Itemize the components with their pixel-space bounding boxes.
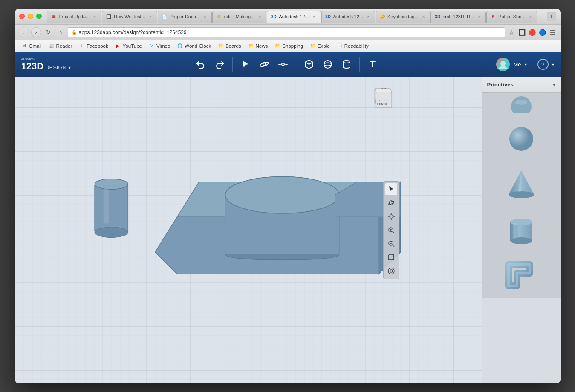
extension-icon-1[interactable]: 🔲: [518, 28, 526, 37]
tab-favicon-123d2: 3D: [325, 14, 331, 20]
tab-gmail[interactable]: ✉Project Upda...×: [47, 11, 102, 23]
tab-close-smb[interactable]: ×: [476, 14, 482, 20]
select-tool-button[interactable]: [238, 57, 253, 72]
logo-dropdown-icon[interactable]: ▾: [68, 65, 71, 71]
tab-edit[interactable]: ⚙edit : Making...×: [212, 11, 267, 23]
pan-mode-button[interactable]: [385, 210, 397, 222]
help-button[interactable]: ?: [537, 59, 549, 70]
bookmark-news[interactable]: 📁News: [245, 41, 271, 51]
user-avatar[interactable]: [496, 58, 510, 71]
orbit-mode-button[interactable]: [385, 197, 397, 209]
toolbar-divider-1: [232, 57, 233, 72]
tab-title-smb: smb 123D_D...: [443, 14, 474, 19]
panel-item-torus[interactable]: [482, 252, 561, 298]
view-options-button[interactable]: [385, 265, 397, 277]
tab-close-howwetest[interactable]: ×: [147, 14, 153, 20]
new-tab-button[interactable]: +: [547, 12, 556, 21]
forward-button[interactable]: ›: [31, 27, 41, 37]
tab-favicon-edit: ⚙: [216, 14, 222, 20]
extension-icon-2[interactable]: 🔴: [528, 28, 537, 37]
bookmark-vimeo[interactable]: VVimeo: [146, 41, 173, 51]
tab-smb[interactable]: 3Dsmb 123D_D...×: [431, 11, 486, 23]
browser-window: ✉Project Upda...×🔲How We Test...×📄Proper…: [15, 9, 561, 383]
tab-123d2[interactable]: 3DAutodesk 12...×: [321, 11, 375, 23]
fit-view-button[interactable]: [385, 251, 397, 263]
tab-properdoc[interactable]: 📄Proper Docu...×: [158, 11, 212, 23]
tab-puffed[interactable]: KPuffed Sho...×: [486, 11, 537, 23]
orbit-tool-button[interactable]: [257, 57, 272, 72]
tab-title-puffed: Puffed Sho...: [498, 14, 525, 19]
extension-icon-3[interactable]: 🔵: [538, 28, 547, 37]
bookmark-label-shopping: Shopping: [282, 43, 303, 49]
logo-design: DESIGN: [45, 64, 66, 71]
bookmark-label-boards: Boards: [225, 43, 241, 49]
svg-point-2: [282, 63, 284, 66]
svg-rect-63: [513, 223, 516, 239]
panel-item-cone[interactable]: [482, 160, 561, 206]
user-menu-chevron-icon[interactable]: ▾: [525, 62, 527, 67]
bookmark-favicon-shopping: 📁: [274, 43, 280, 49]
tab-close-gmail[interactable]: ×: [92, 14, 98, 20]
tab-close-123d2[interactable]: ×: [365, 14, 371, 20]
menu-icon[interactable]: ☰: [549, 28, 557, 37]
pan-tool-button[interactable]: [275, 57, 291, 72]
logo-area: Autodesk 123D DESIGN ▾: [21, 57, 71, 72]
viewport-cube[interactable]: FRONT TOP in: [369, 84, 396, 112]
maximize-button[interactable]: [36, 14, 42, 19]
zoom-in-button[interactable]: [385, 224, 397, 236]
tab-keychain[interactable]: 🔑Keychain tag...×: [376, 11, 431, 23]
cylinder-tool-button[interactable]: [339, 57, 354, 72]
zoom-out-button[interactable]: [385, 238, 397, 250]
bookmark-gmail[interactable]: MGmail: [18, 41, 45, 51]
3d-cylinder-small[interactable]: [95, 179, 128, 238]
right-toolbar: [383, 181, 399, 279]
canvas-area[interactable]: Unit: mm: [15, 77, 482, 383]
sphere-tool-button[interactable]: [320, 57, 335, 72]
home-button[interactable]: ⌂: [56, 28, 65, 37]
minimize-button[interactable]: [28, 14, 33, 19]
undo-button[interactable]: [193, 57, 208, 72]
panel-item-sphere[interactable]: [482, 114, 561, 160]
text-tool-button[interactable]: T: [365, 57, 380, 72]
bookmark-star-icon[interactable]: ☆: [508, 28, 516, 37]
canvas-svg: Unit: mm: [15, 77, 482, 383]
tab-close-keychain[interactable]: ×: [421, 14, 427, 20]
box-tool-button[interactable]: [301, 57, 317, 72]
tab-close-123d1[interactable]: ×: [311, 14, 317, 20]
bookmark-favicon-facebook: f: [79, 43, 85, 49]
tab-favicon-smb: 3D: [435, 14, 441, 20]
tab-title-123d1: Autodesk 12...: [279, 14, 309, 19]
close-button[interactable]: [19, 14, 25, 19]
bookmark-youtube[interactable]: ▶YouTube: [112, 41, 145, 51]
url-text: apps.123dapp.com/design/?contentid=12645…: [79, 29, 187, 35]
logo: Autodesk 123D DESIGN ▾: [21, 57, 71, 72]
svg-rect-12: [95, 184, 128, 232]
url-bar[interactable]: 🔒 apps.123dapp.com/design/?contentid=126…: [68, 27, 505, 37]
bookmark-explo[interactable]: 📁Explo: [307, 41, 333, 51]
panel-collapse-icon[interactable]: ▾: [553, 82, 555, 88]
refresh-button[interactable]: ↻: [44, 28, 53, 37]
bookmark-readability[interactable]: 📄Readability: [334, 41, 372, 51]
bookmark-favicon-youtube: ▶: [115, 43, 121, 49]
bookmark-worldclock[interactable]: 🌐World Clock: [174, 41, 214, 51]
panel-item-partial[interactable]: [482, 93, 561, 114]
bookmark-shopping[interactable]: 📁Shopping: [272, 41, 306, 51]
panel-item-cylinder[interactable]: [482, 206, 561, 252]
select-mode-button[interactable]: [385, 183, 397, 195]
help-menu-chevron-icon[interactable]: ▾: [552, 62, 554, 67]
user-name-label[interactable]: Me: [513, 61, 521, 68]
toolbar-right: Me ▾ ? ▾: [496, 57, 554, 72]
tab-howwetest[interactable]: 🔲How We Test...×: [102, 11, 157, 23]
tab-close-puffed[interactable]: ×: [528, 14, 534, 20]
tab-close-properdoc[interactable]: ×: [202, 14, 208, 20]
tab-close-edit[interactable]: ×: [257, 14, 263, 20]
tab-123d1[interactable]: 3DAutodesk 12...×: [267, 11, 321, 23]
bookmark-facebook[interactable]: fFacebook: [76, 41, 111, 51]
bookmark-reader[interactable]: 📰Reader: [46, 41, 75, 51]
back-button[interactable]: ‹: [18, 27, 29, 37]
tab-title-gmail: Project Upda...: [59, 14, 90, 19]
bookmark-boards[interactable]: 📁Boards: [215, 41, 244, 51]
svg-point-4: [324, 61, 332, 68]
redo-button[interactable]: [212, 57, 227, 72]
tab-favicon-puffed: K: [490, 14, 496, 20]
